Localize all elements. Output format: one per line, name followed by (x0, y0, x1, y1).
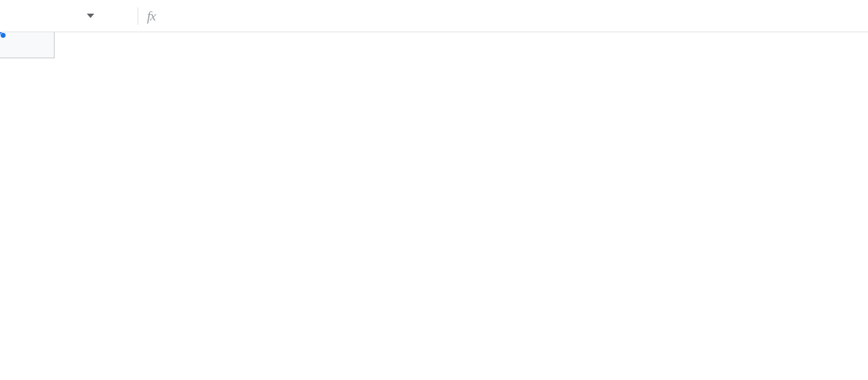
separator (138, 7, 138, 25)
formula-input[interactable] (164, 4, 868, 28)
name-box[interactable] (6, 4, 100, 28)
fx-icon: fx (147, 8, 156, 24)
select-all-corner[interactable] (0, 32, 55, 58)
dropdown-icon[interactable] (87, 14, 94, 18)
formula-bar: fx (0, 0, 868, 32)
